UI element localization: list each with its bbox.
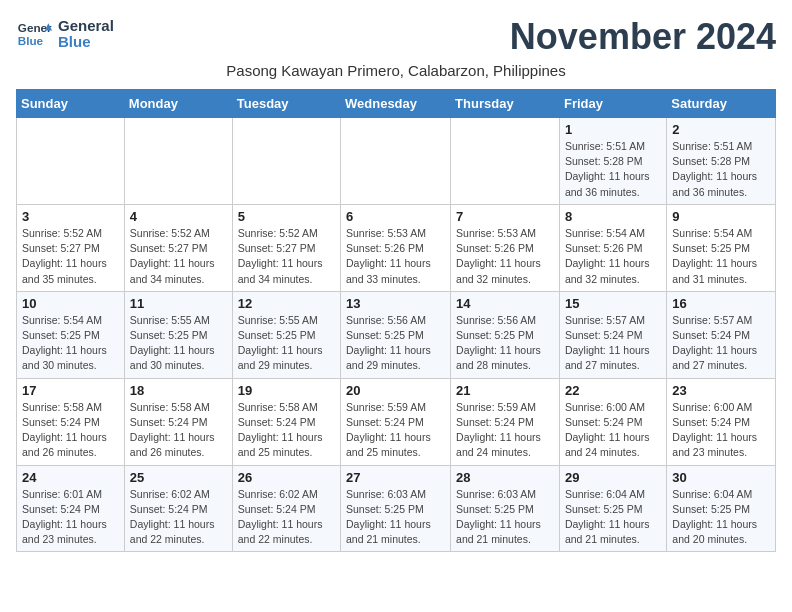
calendar-cell: 19Sunrise: 5:58 AM Sunset: 5:24 PM Dayli… — [232, 378, 340, 465]
day-info: Sunrise: 5:54 AM Sunset: 5:26 PM Dayligh… — [565, 226, 661, 287]
day-number: 21 — [456, 383, 554, 398]
calendar-header: SundayMondayTuesdayWednesdayThursdayFrid… — [17, 90, 776, 118]
calendar-cell: 2Sunrise: 5:51 AM Sunset: 5:28 PM Daylig… — [667, 118, 776, 205]
day-number: 11 — [130, 296, 227, 311]
day-number: 2 — [672, 122, 770, 137]
day-info: Sunrise: 5:54 AM Sunset: 5:25 PM Dayligh… — [672, 226, 770, 287]
calendar-cell: 12Sunrise: 5:55 AM Sunset: 5:25 PM Dayli… — [232, 291, 340, 378]
logo: General Blue General Blue — [16, 16, 114, 52]
calendar-cell: 5Sunrise: 5:52 AM Sunset: 5:27 PM Daylig… — [232, 204, 340, 291]
calendar-table: SundayMondayTuesdayWednesdayThursdayFrid… — [16, 89, 776, 552]
day-info: Sunrise: 5:51 AM Sunset: 5:28 PM Dayligh… — [672, 139, 770, 200]
calendar-cell: 13Sunrise: 5:56 AM Sunset: 5:25 PM Dayli… — [341, 291, 451, 378]
header-friday: Friday — [559, 90, 666, 118]
calendar-week-2: 3Sunrise: 5:52 AM Sunset: 5:27 PM Daylig… — [17, 204, 776, 291]
day-number: 26 — [238, 470, 335, 485]
day-info: Sunrise: 6:03 AM Sunset: 5:25 PM Dayligh… — [346, 487, 445, 548]
day-info: Sunrise: 5:57 AM Sunset: 5:24 PM Dayligh… — [565, 313, 661, 374]
day-info: Sunrise: 5:56 AM Sunset: 5:25 PM Dayligh… — [456, 313, 554, 374]
calendar-week-3: 10Sunrise: 5:54 AM Sunset: 5:25 PM Dayli… — [17, 291, 776, 378]
calendar-week-5: 24Sunrise: 6:01 AM Sunset: 5:24 PM Dayli… — [17, 465, 776, 552]
page-title: November 2024 — [510, 16, 776, 58]
calendar-cell — [451, 118, 560, 205]
calendar-cell: 20Sunrise: 5:59 AM Sunset: 5:24 PM Dayli… — [341, 378, 451, 465]
day-info: Sunrise: 5:55 AM Sunset: 5:25 PM Dayligh… — [130, 313, 227, 374]
day-number: 14 — [456, 296, 554, 311]
day-number: 10 — [22, 296, 119, 311]
day-number: 24 — [22, 470, 119, 485]
calendar-cell: 16Sunrise: 5:57 AM Sunset: 5:24 PM Dayli… — [667, 291, 776, 378]
day-info: Sunrise: 5:59 AM Sunset: 5:24 PM Dayligh… — [456, 400, 554, 461]
day-number: 9 — [672, 209, 770, 224]
day-number: 17 — [22, 383, 119, 398]
day-info: Sunrise: 5:52 AM Sunset: 5:27 PM Dayligh… — [238, 226, 335, 287]
calendar-cell: 7Sunrise: 5:53 AM Sunset: 5:26 PM Daylig… — [451, 204, 560, 291]
day-info: Sunrise: 5:52 AM Sunset: 5:27 PM Dayligh… — [22, 226, 119, 287]
header-thursday: Thursday — [451, 90, 560, 118]
day-number: 27 — [346, 470, 445, 485]
day-info: Sunrise: 5:56 AM Sunset: 5:25 PM Dayligh… — [346, 313, 445, 374]
calendar-week-4: 17Sunrise: 5:58 AM Sunset: 5:24 PM Dayli… — [17, 378, 776, 465]
calendar-cell: 15Sunrise: 5:57 AM Sunset: 5:24 PM Dayli… — [559, 291, 666, 378]
calendar-cell: 18Sunrise: 5:58 AM Sunset: 5:24 PM Dayli… — [124, 378, 232, 465]
day-info: Sunrise: 6:04 AM Sunset: 5:25 PM Dayligh… — [565, 487, 661, 548]
svg-text:Blue: Blue — [18, 34, 44, 47]
day-info: Sunrise: 5:51 AM Sunset: 5:28 PM Dayligh… — [565, 139, 661, 200]
day-info: Sunrise: 5:53 AM Sunset: 5:26 PM Dayligh… — [346, 226, 445, 287]
calendar-cell: 21Sunrise: 5:59 AM Sunset: 5:24 PM Dayli… — [451, 378, 560, 465]
calendar-cell — [232, 118, 340, 205]
day-number: 5 — [238, 209, 335, 224]
day-info: Sunrise: 6:03 AM Sunset: 5:25 PM Dayligh… — [456, 487, 554, 548]
day-number: 18 — [130, 383, 227, 398]
calendar-cell: 22Sunrise: 6:00 AM Sunset: 5:24 PM Dayli… — [559, 378, 666, 465]
day-number: 6 — [346, 209, 445, 224]
day-info: Sunrise: 5:55 AM Sunset: 5:25 PM Dayligh… — [238, 313, 335, 374]
calendar-cell: 4Sunrise: 5:52 AM Sunset: 5:27 PM Daylig… — [124, 204, 232, 291]
day-number: 28 — [456, 470, 554, 485]
day-number: 3 — [22, 209, 119, 224]
day-number: 23 — [672, 383, 770, 398]
calendar-cell: 29Sunrise: 6:04 AM Sunset: 5:25 PM Dayli… — [559, 465, 666, 552]
day-info: Sunrise: 6:02 AM Sunset: 5:24 PM Dayligh… — [238, 487, 335, 548]
logo-text: General Blue — [58, 18, 114, 51]
day-info: Sunrise: 6:04 AM Sunset: 5:25 PM Dayligh… — [672, 487, 770, 548]
day-number: 19 — [238, 383, 335, 398]
day-info: Sunrise: 5:52 AM Sunset: 5:27 PM Dayligh… — [130, 226, 227, 287]
day-info: Sunrise: 5:59 AM Sunset: 5:24 PM Dayligh… — [346, 400, 445, 461]
day-number: 1 — [565, 122, 661, 137]
day-info: Sunrise: 5:57 AM Sunset: 5:24 PM Dayligh… — [672, 313, 770, 374]
calendar-cell: 25Sunrise: 6:02 AM Sunset: 5:24 PM Dayli… — [124, 465, 232, 552]
logo-icon: General Blue — [16, 16, 52, 52]
header-saturday: Saturday — [667, 90, 776, 118]
header-tuesday: Tuesday — [232, 90, 340, 118]
day-number: 8 — [565, 209, 661, 224]
day-info: Sunrise: 6:00 AM Sunset: 5:24 PM Dayligh… — [565, 400, 661, 461]
day-info: Sunrise: 5:53 AM Sunset: 5:26 PM Dayligh… — [456, 226, 554, 287]
day-number: 29 — [565, 470, 661, 485]
day-number: 12 — [238, 296, 335, 311]
calendar-cell: 11Sunrise: 5:55 AM Sunset: 5:25 PM Dayli… — [124, 291, 232, 378]
day-number: 30 — [672, 470, 770, 485]
day-number: 15 — [565, 296, 661, 311]
calendar-cell — [17, 118, 125, 205]
calendar-cell: 1Sunrise: 5:51 AM Sunset: 5:28 PM Daylig… — [559, 118, 666, 205]
calendar-cell: 14Sunrise: 5:56 AM Sunset: 5:25 PM Dayli… — [451, 291, 560, 378]
page-header: General Blue General Blue November 2024 — [16, 16, 776, 58]
calendar-cell: 24Sunrise: 6:01 AM Sunset: 5:24 PM Dayli… — [17, 465, 125, 552]
day-info: Sunrise: 5:58 AM Sunset: 5:24 PM Dayligh… — [238, 400, 335, 461]
day-info: Sunrise: 5:54 AM Sunset: 5:25 PM Dayligh… — [22, 313, 119, 374]
header-monday: Monday — [124, 90, 232, 118]
calendar-cell: 28Sunrise: 6:03 AM Sunset: 5:25 PM Dayli… — [451, 465, 560, 552]
day-info: Sunrise: 6:00 AM Sunset: 5:24 PM Dayligh… — [672, 400, 770, 461]
header-wednesday: Wednesday — [341, 90, 451, 118]
calendar-cell: 8Sunrise: 5:54 AM Sunset: 5:26 PM Daylig… — [559, 204, 666, 291]
calendar-cell: 30Sunrise: 6:04 AM Sunset: 5:25 PM Dayli… — [667, 465, 776, 552]
day-info: Sunrise: 6:01 AM Sunset: 5:24 PM Dayligh… — [22, 487, 119, 548]
day-info: Sunrise: 5:58 AM Sunset: 5:24 PM Dayligh… — [22, 400, 119, 461]
day-number: 22 — [565, 383, 661, 398]
header-sunday: Sunday — [17, 90, 125, 118]
day-info: Sunrise: 6:02 AM Sunset: 5:24 PM Dayligh… — [130, 487, 227, 548]
page-subtitle: Pasong Kawayan Primero, Calabarzon, Phil… — [16, 62, 776, 79]
calendar-week-1: 1Sunrise: 5:51 AM Sunset: 5:28 PM Daylig… — [17, 118, 776, 205]
calendar-cell: 9Sunrise: 5:54 AM Sunset: 5:25 PM Daylig… — [667, 204, 776, 291]
